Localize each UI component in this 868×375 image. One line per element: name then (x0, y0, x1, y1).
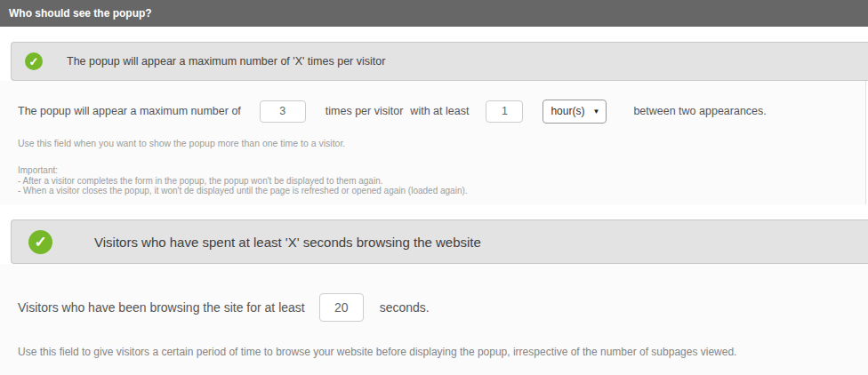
condition-header-seconds-browsing[interactable]: ✓ Visitors who have spent at least 'X' s… (11, 219, 868, 264)
help-text-max-times: Use this field when you want to show the… (18, 138, 865, 148)
condition-header-max-times[interactable]: ✓ The popup will appear a maximum number… (11, 42, 868, 81)
max-times-label-after: between two appearances. (633, 105, 766, 117)
checkmark-glyph: ✓ (29, 55, 39, 68)
seconds-label-after: seconds. (380, 300, 430, 315)
check-circle-icon: ✓ (28, 230, 52, 254)
seconds-input[interactable] (319, 293, 364, 322)
condition-title-max-times: The popup will appear a maximum number o… (67, 55, 385, 68)
section-body-seconds-browsing: Visitors who have been browsing the site… (0, 264, 868, 375)
seconds-setting-row: Visitors who have been browsing the site… (18, 292, 868, 322)
section-body-max-times: The popup will appear a maximum number o… (0, 81, 866, 204)
interval-value-input[interactable] (486, 100, 523, 123)
check-circle-icon: ✓ (25, 52, 43, 70)
page-header: Who should see the popup? (0, 0, 868, 27)
max-times-label-middle-2: with at least (410, 105, 469, 117)
help-text-seconds-browsing: Use this field to give visitors a certai… (18, 346, 868, 358)
interval-unit-selected-value: hour(s) (551, 105, 584, 117)
important-note: Important: - After a visitor completes t… (18, 165, 865, 196)
interval-unit-select[interactable]: hour(s) ▼ (542, 100, 607, 124)
chevron-down-icon: ▼ (592, 108, 599, 116)
seconds-label-before: Visitors who have been browsing the site… (18, 300, 305, 315)
max-times-input[interactable] (260, 100, 306, 123)
condition-title-seconds-browsing: Visitors who have spent at least 'X' sec… (94, 235, 481, 250)
max-times-label-middle-1: times per visitor (326, 105, 404, 117)
important-line-2: - When a visitor closes the popup, it wo… (18, 186, 865, 196)
max-times-setting-row: The popup will appear a maximum number o… (18, 100, 865, 123)
max-times-label-before: The popup will appear a maximum number o… (18, 105, 241, 117)
important-line-1: - After a visitor completes the form in … (18, 176, 865, 187)
page-title: Who should see the popup? (9, 7, 152, 20)
important-title: Important: (18, 165, 865, 176)
checkmark-glyph: ✓ (34, 233, 46, 251)
